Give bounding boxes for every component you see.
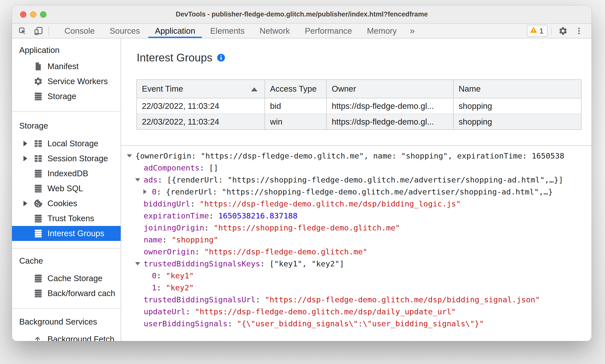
sidebar-item-label: Back/forward cach [47, 289, 115, 298]
sidebar-item-trust-tokens[interactable]: Trust Tokens [12, 211, 121, 226]
section-header: Background Services [19, 317, 121, 327]
tab-network[interactable]: Network [252, 24, 297, 38]
collapse-triangle-icon[interactable] [135, 178, 144, 182]
property-value-string: "shopping" [172, 235, 218, 244]
property-name: trustedBiddingSignalsKeys [144, 259, 260, 268]
tree-row-ownerOrigin: ownerOrigin: "https://dsp-fledge-demo.gl… [121, 246, 592, 258]
expand-triangle-icon[interactable] [143, 189, 152, 194]
sidebar-section-storage: StorageLocal StorageSession StorageIndex… [12, 112, 121, 249]
tree-row-trustedBiddingSignalsKeys[interactable]: trustedBiddingSignalsKeys: ["key1", "key… [121, 258, 592, 270]
sidebar-item-label: Web SQL [47, 184, 83, 193]
property-colon: : [158, 175, 167, 184]
column-header-owner[interactable]: Owner [327, 80, 454, 98]
property-colon: : [162, 235, 172, 244]
property-name: adComponents [144, 163, 200, 172]
column-header-access-type[interactable]: Access Type [265, 80, 327, 98]
issues-badge[interactable]: 1 [527, 25, 548, 37]
gear-icon [33, 77, 43, 86]
expand-triangle-icon[interactable] [23, 201, 33, 206]
section-header: Cache [19, 256, 121, 266]
property-colon: : [157, 283, 166, 292]
panel-divider [121, 145, 592, 146]
column-header-name[interactable]: Name [454, 80, 581, 98]
property-value-preview: [] [209, 163, 218, 172]
toolbar-separator [551, 27, 552, 35]
property-value-string: "key2" [166, 283, 194, 292]
sidebar-item-local-storage[interactable]: Local Storage [12, 136, 121, 151]
kebab-menu-icon[interactable] [571, 27, 587, 35]
database-icon [33, 229, 43, 238]
tree-row-updateUrl: updateUrl: "https://dsp-fledge-demo.glit… [121, 306, 592, 318]
tab-performance[interactable]: Performance [297, 24, 359, 38]
minimize-window-button[interactable] [30, 11, 36, 18]
sidebar-section-cache: CacheCache StorageBack/forward cach [12, 249, 121, 309]
tab-application[interactable]: Application [147, 24, 203, 38]
collapse-triangle-icon[interactable] [127, 154, 135, 158]
devtools-window: DevTools - publisher-fledge-demo.glitch.… [12, 5, 592, 341]
tab-sources[interactable]: Sources [102, 24, 147, 38]
interest-groups-table: Event TimeAccess TypeOwnerName22/03/2022… [136, 79, 582, 130]
sidebar-section-background-services: Background ServicesBackground Fetch [12, 309, 121, 341]
property-colon: : [157, 187, 166, 196]
interest-group-details-tree: {ownerOrigin: "https://dsp-fledge-demo.g… [121, 150, 592, 330]
more-tabs-button[interactable]: » [404, 24, 420, 38]
sidebar-item-back-forward-cach[interactable]: Back/forward cach [12, 286, 121, 301]
property-colon: : [157, 271, 166, 280]
sidebar-item-cookies[interactable]: Cookies [12, 196, 121, 211]
sidebar-item-interest-groups[interactable]: Interest Groups [12, 226, 121, 241]
sidebar-item-background-fetch[interactable]: Background Fetch [12, 332, 121, 341]
page-title: Interest Groups [137, 51, 212, 64]
column-header-label: Access Type [270, 84, 316, 94]
inspect-element-icon[interactable] [14, 24, 30, 38]
tree-row-joiningOrigin: joiningOrigin: "https://shopping-fledge-… [121, 222, 592, 234]
table-row[interactable]: 22/03/2022, 11:03:24bidhttps://dsp-fledg… [137, 98, 581, 114]
sidebar-item-label: Background Fetch [47, 335, 114, 341]
tree-row-name: name: "shopping" [121, 234, 592, 246]
property-name: ads [144, 175, 158, 184]
close-window-button[interactable] [20, 11, 26, 18]
sidebar-item-service-workers[interactable]: Service Workers [12, 74, 121, 89]
property-name: updateUrl [144, 307, 186, 316]
panel-tabs: ConsoleSourcesApplicationElementsNetwork… [57, 24, 404, 38]
info-icon[interactable] [217, 53, 225, 62]
property-colon: : [260, 259, 270, 268]
sidebar-item-storage[interactable]: Storage [12, 89, 121, 104]
tree-row-ads[interactable]: ads: [{renderUrl: "https://shopping-fled… [121, 174, 592, 186]
table-cell: bid [265, 98, 327, 114]
sidebar-section-application: ApplicationManifestService WorkersStorag… [12, 38, 121, 112]
column-header-event-time[interactable]: Event Time [137, 80, 265, 98]
tree-row-trustedBiddingSignalsUrl: trustedBiddingSignalsUrl: "https://dsp-f… [121, 294, 592, 306]
tree-row-root[interactable]: {ownerOrigin: "https://dsp-fledge-demo.g… [121, 150, 592, 162]
tab-elements[interactable]: Elements [203, 24, 252, 38]
sidebar-item-indexeddb[interactable]: IndexedDB [12, 166, 121, 181]
device-toolbar-icon[interactable] [30, 24, 46, 38]
tab-memory[interactable]: Memory [359, 24, 404, 38]
table-cell: 22/03/2022, 11:03:24 [137, 114, 265, 129]
sidebar-item-session-storage[interactable]: Session Storage [12, 151, 121, 166]
tree-row-expirationTime: expirationTime: 1650538216.837188 [121, 210, 592, 222]
zoom-window-button[interactable] [40, 11, 46, 18]
tree-row-0[interactable]: 0: {renderUrl: "https://shopping-fledge-… [121, 186, 592, 198]
property-value-string: "https://dsp-fledge-demo.glitch.me/dsp/b… [200, 199, 461, 208]
sidebar-item-label: Session Storage [47, 154, 108, 163]
sidebar-item-web-sql[interactable]: Web SQL [12, 181, 121, 196]
sidebar-item-label: Storage [47, 92, 76, 101]
property-colon: : [209, 211, 218, 220]
tab-console[interactable]: Console [57, 24, 102, 38]
traffic-lights [20, 5, 46, 23]
toolbar-separator [48, 26, 49, 35]
warning-icon [530, 26, 537, 35]
table-row[interactable]: 22/03/2022, 11:03:24winhttps://dsp-fledg… [137, 114, 581, 129]
column-header-label: Name [459, 84, 481, 94]
database-icon [33, 184, 43, 193]
database-icon [33, 169, 43, 178]
sidebar-item-manifest[interactable]: Manifest [12, 59, 121, 74]
issues-count: 1 [539, 27, 544, 35]
settings-gear-icon[interactable] [555, 26, 571, 36]
sidebar-item-cache-storage[interactable]: Cache Storage [12, 271, 121, 286]
expand-triangle-icon[interactable] [23, 141, 33, 146]
collapse-triangle-icon[interactable] [135, 262, 144, 265]
fetch-icon [33, 335, 43, 341]
property-colon: : [195, 247, 204, 256]
expand-triangle-icon[interactable] [23, 156, 33, 161]
